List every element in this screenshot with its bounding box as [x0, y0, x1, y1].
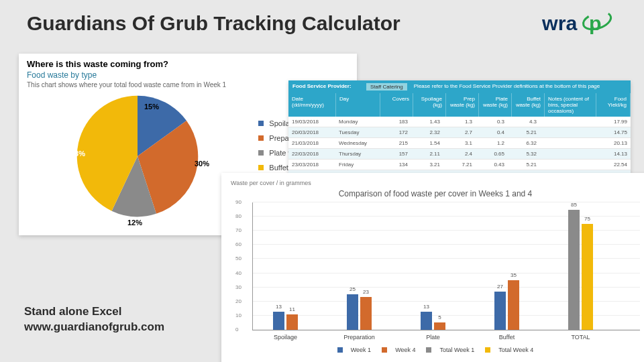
provider-label: Food Service Provider: — [292, 83, 366, 90]
pie-chart — [74, 93, 201, 220]
footer-line-1: Stand alone Excel — [24, 304, 164, 320]
bar-chart: 01020304050607080901311Spoilage2523Prepa… — [252, 202, 640, 330]
pie-label-plate: 12% — [127, 219, 142, 227]
legend-total-week1: Total Week 1 — [439, 347, 474, 353]
table-row: 20/03/2018Tuesday1722.322.70.45.2114.75 — [288, 127, 631, 138]
bar-chart-panel: Waste per cover / in grammes Comparison … — [221, 173, 644, 362]
pie-label-prep: 30% — [195, 160, 209, 168]
page-title: Guardians Of Grub Tracking Calculator — [27, 12, 400, 35]
table-row: 19/03/2018Monday1831.431.30.34.317.99 — [288, 117, 631, 127]
legend-week1: Week 1 — [351, 347, 371, 353]
table-row: 22/03/2018Thursday1572.112.40.655.3214.1… — [288, 149, 631, 160]
legend-total-week4: Total Week 4 — [498, 347, 533, 353]
pie-subtitle: Food waste by type — [27, 70, 349, 80]
table-body: 19/03/2018Monday1831.431.30.34.317.9920/… — [288, 117, 631, 181]
table-row: 23/03/2018Friday1343.217.210.435.2122.54 — [288, 160, 631, 170]
legend-week4: Week 4 — [395, 347, 415, 353]
bar-legend: Week 1 Week 4 Total Week 1 Total Week 4 — [231, 347, 640, 353]
svg-text:p: p — [589, 12, 602, 34]
pie-heading: Where is this waste coming from? — [27, 59, 349, 69]
wrap-logo: wra p — [542, 12, 624, 38]
pie-label-buffet: 43% — [70, 149, 85, 158]
pie-label-spoilage: 15% — [144, 103, 159, 111]
footer-line-2: www.guardianofgrub.com — [24, 320, 164, 335]
footer-text: Stand alone Excel www.guardianofgrub.com — [24, 304, 164, 335]
svg-text:wra: wra — [542, 12, 578, 34]
table-row: 21/03/2018Wednesday2151.543.11.26.3220.1… — [288, 138, 631, 149]
provider-value: Staff Catering — [366, 83, 407, 90]
provider-note: Please refer to the Food Service Provide… — [414, 83, 600, 90]
bar-ylabel: Waste per cover / in grammes — [231, 180, 640, 186]
table-header: Date (dd/mm/yyyy)DayCoversSpoilage (kg)P… — [288, 93, 631, 117]
bar-title: Comparison of food waste per cover in We… — [231, 189, 640, 198]
